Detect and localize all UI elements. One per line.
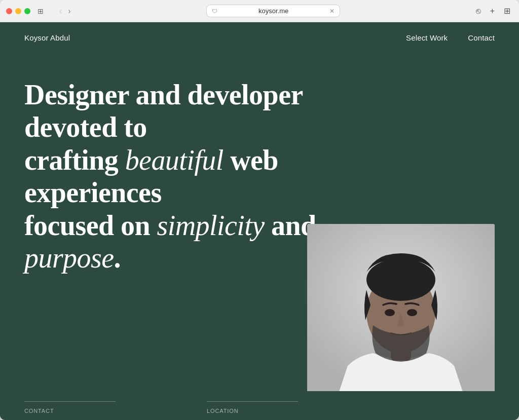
close-tab-icon[interactable]: ✕	[329, 8, 335, 15]
window-tiles-icon: ⊞	[35, 6, 46, 16]
nav-links: Select Work Contact	[406, 33, 495, 42]
minimize-button[interactable]	[15, 8, 21, 14]
toolbar-right: ⎋ + ⊞	[473, 5, 513, 17]
nav-select-work[interactable]: Select Work	[406, 33, 448, 42]
hero-heading: Designer and developer devoted to crafti…	[24, 79, 339, 274]
svg-point-7	[407, 309, 417, 316]
nav-buttons: ‹ ›	[57, 6, 73, 17]
grid-icon[interactable]: ⊞	[501, 5, 513, 17]
svg-point-6	[385, 309, 395, 316]
footer-divider-2	[207, 401, 298, 402]
svg-point-5	[366, 258, 435, 301]
footer-contact-label: CONTACT	[24, 408, 116, 414]
profile-photo	[307, 224, 495, 391]
hero-text: Designer and developer devoted to crafti…	[24, 79, 339, 274]
site-logo: Koysor Abdul	[24, 33, 70, 42]
window-icon-control: ⊞	[35, 6, 46, 16]
nav-contact[interactable]: Contact	[468, 33, 495, 42]
maximize-button[interactable]	[24, 8, 30, 14]
footer-contact-col: CONTACT	[24, 401, 116, 414]
footer-location-col: LOCATION	[207, 401, 298, 414]
hero-line3: focused on simplicity and purpose.	[24, 210, 316, 274]
hero-italic-simplicity: simplicity	[157, 210, 264, 241]
footer-divider-1	[24, 401, 116, 402]
site-navigation: Koysor Abdul Select Work Contact	[0, 22, 519, 53]
footer-strip: CONTACT LOCATION	[0, 391, 519, 420]
browser-toolbar: ⊞ ‹ › 🛡 koysor.me ✕ ⎋ + ⊞	[0, 0, 519, 22]
hero-section: Designer and developer devoted to crafti…	[0, 53, 519, 391]
footer-location-label: LOCATION	[207, 408, 298, 414]
hero-italic-purpose: purpose	[24, 242, 114, 274]
close-button[interactable]	[6, 8, 12, 14]
profile-image	[307, 224, 495, 391]
window-controls	[6, 8, 30, 14]
back-button[interactable]: ‹	[57, 6, 64, 17]
hero-line2: crafting beautiful web experiences	[24, 144, 278, 208]
new-tab-icon[interactable]: +	[488, 5, 497, 17]
share-icon[interactable]: ⎋	[473, 5, 484, 17]
hero-line1: Designer and developer devoted to	[24, 79, 303, 143]
person-silhouette	[307, 224, 495, 391]
browser-window: ⊞ ‹ › 🛡 koysor.me ✕ ⎋ + ⊞ Koysor Abdul S…	[0, 0, 519, 420]
url-text: koysor.me	[220, 7, 326, 15]
website-content: Koysor Abdul Select Work Contact Designe…	[0, 22, 519, 420]
hero-italic-beautiful: beautiful	[125, 144, 224, 176]
forward-button[interactable]: ›	[65, 6, 73, 17]
address-bar[interactable]: 🛡 koysor.me ✕	[206, 5, 340, 17]
security-icon: 🛡	[212, 8, 217, 14]
